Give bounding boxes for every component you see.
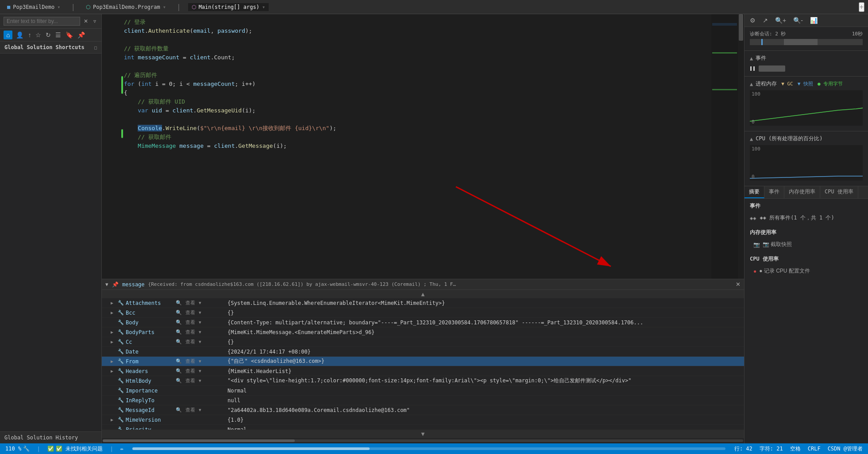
search-cc[interactable]: 🔍 [174, 339, 183, 345]
cpu-collapse-btn[interactable]: ▲ CPU (所有处理器的百分比) [750, 135, 863, 142]
view-messageid[interactable]: 查看 [184, 406, 197, 414]
scroll-up-indicator[interactable]: ▲ [102, 290, 744, 298]
breakpoint-indicator-2 [121, 129, 123, 138]
expand-from[interactable]: ▶ [111, 359, 116, 364]
list-button[interactable]: ☰ [54, 31, 62, 39]
wrench-cc: 🔧 [118, 339, 124, 345]
search-attachments[interactable]: 🔍 [174, 300, 183, 306]
events-section: ▲ 事件 [745, 51, 868, 77]
code-editor[interactable]: // 登录 client.Authenticate(email, passwor… [102, 14, 744, 279]
view-attachments[interactable]: 查看 [184, 299, 197, 307]
dropdown-bcc[interactable]: ▾ [197, 309, 203, 316]
debug-row-body: ▶ 🔧 Body 🔍 查看 ▾ {Content-Type: multipart… [102, 318, 744, 327]
scrollbar-thumb[interactable] [739, 14, 743, 41]
wrench-messageid: 🔧 [118, 407, 124, 413]
pause-btn[interactable] [750, 65, 755, 72]
events-summary-title: 事件 [750, 202, 863, 210]
filter-input[interactable] [4, 17, 80, 26]
dropdown-body[interactable]: ▾ [197, 319, 203, 326]
wrench-from: 🔧 [118, 358, 124, 364]
record-cpu-button[interactable]: ● ● 记录 CPU 配置文件 [750, 265, 863, 277]
minimap [711, 14, 738, 279]
upload-button[interactable]: ↑ [27, 31, 32, 39]
debug-row-priority: ▶ 🔧 Priority Normal [102, 425, 744, 430]
expand-headers[interactable]: ▶ [111, 369, 116, 373]
title-project[interactable]: ■ Pop3EmailDemo ▾ [4, 3, 64, 11]
expand-mimeversion[interactable]: ▶ [111, 417, 116, 422]
view-bodyparts[interactable]: 查看 [184, 328, 197, 336]
settings-btn[interactable]: ⚙ [748, 16, 757, 25]
expand-bodyparts[interactable]: ▶ [111, 330, 116, 335]
search-htmlbody[interactable]: 🔍 [174, 377, 183, 384]
scroll-down-indicator[interactable]: ▼ [102, 430, 744, 438]
dropdown-arrow-project[interactable]: ▾ [57, 4, 60, 10]
view-from[interactable]: 查看 [184, 358, 197, 365]
bookmark-button[interactable]: 🔖 [65, 31, 74, 39]
horizontal-scrollbar[interactable] [102, 438, 744, 443]
title-file[interactable]: ⬡ Pop3EmailDemo.Program ▾ [82, 3, 170, 11]
title-method[interactable]: ⬡ Main(string[] args) ▾ [188, 3, 269, 11]
export-btn[interactable]: ↗ [761, 16, 770, 25]
refresh-button[interactable]: ↻ [45, 31, 52, 39]
search-body[interactable]: 🔍 [174, 319, 183, 326]
debugger-header: ▾ 📌 message {Received: from csdndaolizhe… [102, 279, 744, 290]
tab-events[interactable]: 事件 [764, 186, 784, 198]
chart-btn[interactable]: 📊 [808, 16, 819, 25]
dropdown-messageid[interactable]: ▾ [197, 407, 203, 413]
person-button[interactable]: 👤 [15, 31, 24, 39]
expand-bcc[interactable]: ▶ [111, 310, 116, 315]
view-body[interactable]: 查看 [184, 319, 197, 326]
breakpoint-indicator-1 [121, 76, 123, 94]
vertical-scrollbar[interactable] [738, 14, 744, 279]
expand-attachments[interactable]: ▶ [111, 300, 116, 305]
home-button[interactable]: ⌂ [4, 31, 12, 39]
tab-summary[interactable]: 摘要 [745, 186, 764, 198]
dropdown-arrow-file[interactable]: ▾ [163, 4, 166, 10]
zoom-status[interactable]: 110 % 🔧 [5, 446, 30, 452]
code-line-9: var uid = client.GetMessageUid(i); [102, 106, 744, 115]
expand-cc[interactable]: ▶ [111, 339, 116, 344]
diag-title: 诊断会话: 2 秒 [750, 31, 786, 37]
zoom-in-btn[interactable]: 🔍+ [773, 16, 788, 25]
debug-row-inreplyto: ▶ 🔧 InReplyTo null [102, 396, 744, 405]
dropdown-bodyparts[interactable]: ▾ [197, 329, 203, 335]
global-solution-history-header[interactable]: Global Solution History [0, 431, 101, 443]
h-scrollbar-thumb[interactable] [103, 439, 295, 442]
wrench-priority: 🔧 [118, 427, 124, 430]
debugger-close-btn[interactable]: ✕ [736, 281, 741, 288]
dropdown-htmlbody[interactable]: ▾ [197, 377, 203, 384]
star-button[interactable]: ☆ [35, 31, 42, 39]
zoom-out-btn[interactable]: 🔍- [791, 16, 805, 25]
pin-button[interactable]: 📌 [77, 31, 86, 39]
search-bcc[interactable]: 🔍 [174, 309, 183, 316]
dropdown-cc[interactable]: ▾ [197, 339, 203, 345]
wrench-importance: 🔧 [118, 388, 124, 393]
search-from[interactable]: 🔍 [174, 358, 183, 365]
view-bcc[interactable]: 查看 [184, 309, 197, 316]
dropdown-attachments[interactable]: ▾ [197, 300, 203, 306]
snapshot-button[interactable]: 📷 📷 截取快照 [750, 239, 863, 250]
dropdown-headers[interactable]: ▾ [197, 368, 203, 374]
global-solution-shortcuts-header[interactable]: Global Solution Shortcuts □ [0, 42, 101, 54]
debug-table: ▶ 🔧 Attachments 🔍 查看 ▾ {System.Linq.Enum… [102, 298, 744, 430]
tab-cpu[interactable]: CPU 使用率 [820, 186, 858, 198]
filter-options-button[interactable]: ▿ [92, 17, 98, 25]
cpu-chart-svg [750, 145, 863, 181]
memory-summary-title: 内存使用率 [750, 229, 863, 236]
debugger-collapse-btn[interactable]: ▾ [105, 281, 108, 288]
view-htmlbody[interactable]: 查看 [184, 377, 197, 385]
left-sidebar: ✕ ▿ ⌂ 👤 ↑ ☆ ↻ ☰ 🔖 📌 Global Solution Shor… [0, 14, 102, 443]
dropdown-arrow-method[interactable]: ▾ [262, 4, 265, 10]
dropdown-from[interactable]: ▾ [197, 358, 203, 365]
view-cc[interactable]: 查看 [184, 338, 197, 346]
tab-memory[interactable]: 内存使用率 [784, 186, 820, 198]
search-messageid[interactable]: 🔍 [174, 407, 183, 413]
debug-row-date: ▶ 🔧 Date {2024/2/1 17:44:17 +08:00} [102, 347, 744, 357]
search-headers[interactable]: 🔍 [174, 368, 183, 374]
view-headers[interactable]: 查看 [184, 367, 197, 375]
search-bodyparts[interactable]: 🔍 [174, 329, 183, 335]
clear-filter-button[interactable]: ✕ [82, 17, 90, 25]
add-tab-button[interactable]: + [859, 2, 864, 12]
events-collapse-btn[interactable]: ▲ 事件 [750, 54, 863, 62]
memory-collapse-btn[interactable]: ▲ 进程内存 ▼ GC ▼ 快照 ● 专用字节 [750, 80, 863, 88]
